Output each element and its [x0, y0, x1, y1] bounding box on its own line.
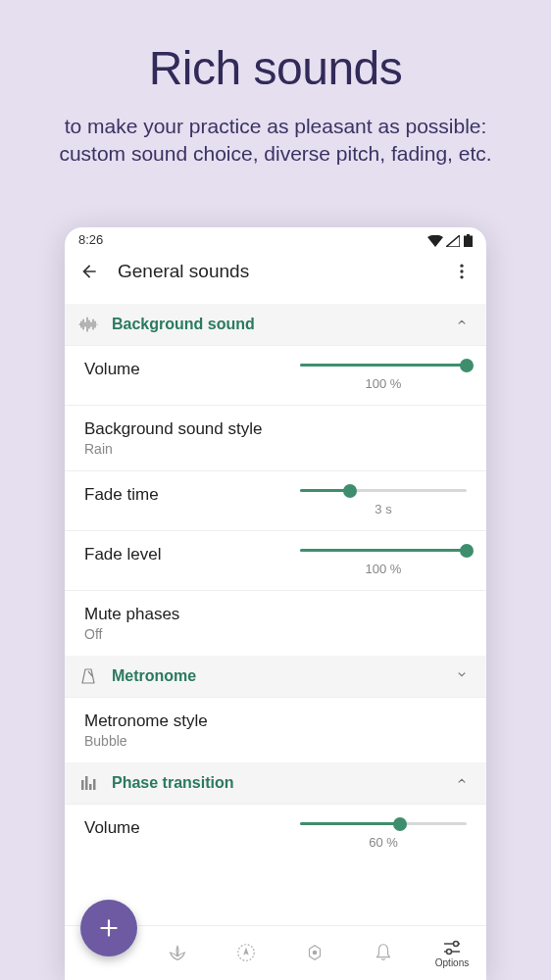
fade-level-slider[interactable] — [300, 549, 467, 552]
section-phase-transition[interactable]: Phase transition — [65, 762, 486, 804]
promo-subtitle-line1: to make your practice as pleasant as pos… — [65, 115, 487, 137]
back-button[interactable] — [76, 259, 102, 284]
svg-rect-8 — [93, 779, 96, 790]
promo-subtitle: to make your practice as pleasant as pos… — [0, 113, 551, 169]
section-title: Metronome — [112, 667, 455, 685]
slider-value: 60 % — [369, 835, 398, 850]
battery-icon — [464, 234, 473, 247]
setting-phase-volume[interactable]: Volume 60 % — [65, 804, 486, 879]
svg-point-13 — [454, 941, 459, 946]
promo-subtitle-line2: custom sound choice, diverse pitch, fadi… — [59, 142, 491, 165]
more-button[interactable] — [449, 259, 475, 284]
setting-label: Volume — [84, 818, 300, 838]
section-background-sound[interactable]: Background sound — [65, 304, 486, 345]
fade-time-slider[interactable] — [300, 489, 467, 492]
setting-label: Fade level — [84, 545, 300, 564]
promo-title: Rich sounds — [0, 41, 551, 95]
setting-label: Mute phases — [84, 605, 467, 624]
phone-frame: 8:26 General sounds Background sound — [65, 227, 486, 980]
wifi-icon — [427, 235, 443, 247]
nav-item-options[interactable]: Options — [418, 939, 486, 968]
svg-rect-1 — [467, 234, 470, 236]
setting-mute-phases[interactable]: Mute phases Off — [65, 590, 486, 656]
svg-rect-7 — [89, 784, 92, 790]
fab-add[interactable] — [80, 900, 137, 956]
setting-value: Bubble — [84, 733, 467, 749]
svg-point-4 — [460, 275, 463, 278]
setting-fade-level[interactable]: Fade level 100 % — [65, 530, 486, 590]
slider-value: 100 % — [366, 562, 402, 576]
setting-background-style[interactable]: Background sound style Rain — [65, 405, 486, 470]
compass-icon — [235, 942, 257, 963]
slider-value: 100 % — [366, 376, 402, 391]
plus-icon — [96, 915, 122, 941]
setting-value: Off — [84, 626, 467, 642]
nav-item-target[interactable] — [280, 942, 349, 964]
section-metronome[interactable]: Metronome — [65, 656, 486, 697]
setting-label: Metronome style — [84, 711, 467, 731]
slider-value: 3 s — [375, 502, 391, 516]
nav-item-bell[interactable] — [349, 942, 418, 964]
status-icons — [427, 232, 473, 247]
setting-fade-time[interactable]: Fade time 3 s — [65, 470, 486, 530]
section-title: Phase transition — [112, 774, 455, 792]
svg-rect-6 — [85, 776, 88, 790]
setting-metronome-style[interactable]: Metronome style Bubble — [65, 697, 486, 762]
nav-item-compass[interactable] — [212, 942, 280, 964]
metronome-icon — [78, 667, 98, 685]
chevron-up-icon — [455, 316, 469, 333]
nav-item-lotus[interactable] — [143, 942, 212, 964]
target-icon — [304, 942, 326, 963]
app-bar: General sounds — [65, 251, 486, 296]
setting-label: Fade time — [84, 485, 300, 505]
setting-label: Background sound style — [84, 419, 467, 439]
volume-slider[interactable] — [300, 364, 467, 367]
bars-icon — [78, 774, 98, 792]
more-vertical-icon — [452, 262, 472, 281]
setting-label: Volume — [84, 360, 300, 379]
section-title: Background sound — [112, 316, 455, 333]
phase-volume-slider[interactable] — [300, 822, 467, 825]
status-time: 8:26 — [78, 232, 103, 247]
setting-value: Rain — [84, 441, 467, 457]
svg-point-2 — [460, 265, 463, 268]
svg-point-14 — [447, 949, 452, 954]
svg-rect-0 — [464, 236, 473, 248]
waveform-icon — [78, 317, 98, 332]
nav-label: Options — [435, 957, 469, 968]
signal-icon — [446, 235, 460, 247]
settings-scroll[interactable]: Background sound Volume 100 % Background… — [65, 304, 486, 925]
sliders-icon — [441, 939, 463, 956]
svg-rect-5 — [81, 780, 84, 790]
chevron-down-icon — [455, 667, 469, 685]
arrow-left-icon — [79, 262, 99, 281]
setting-volume[interactable]: Volume 100 % — [65, 345, 486, 405]
svg-point-10 — [313, 951, 318, 956]
bell-icon — [373, 942, 394, 963]
lotus-icon — [167, 942, 188, 963]
chevron-up-icon — [455, 774, 469, 792]
svg-point-3 — [460, 270, 463, 272]
status-bar: 8:26 — [65, 227, 486, 251]
app-bar-title: General sounds — [118, 261, 449, 282]
